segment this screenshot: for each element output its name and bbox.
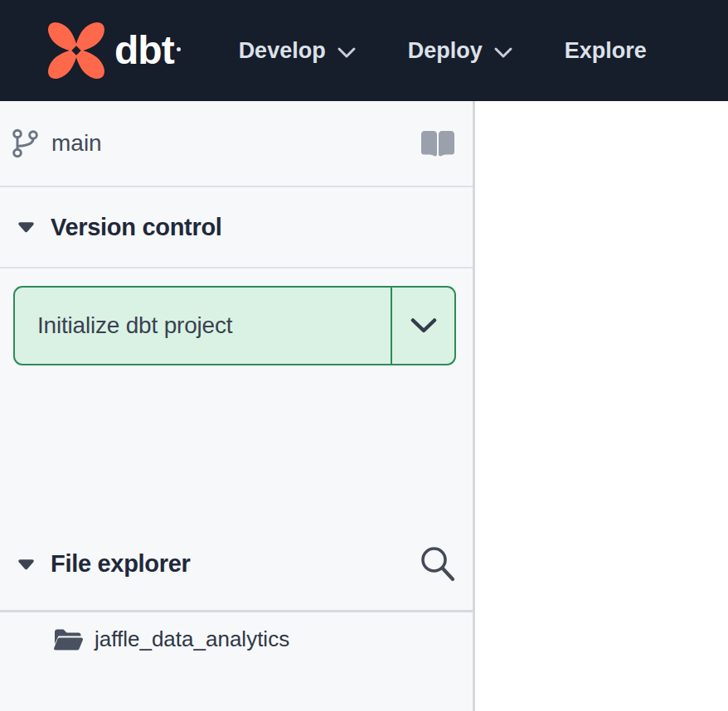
- version-control-section-header[interactable]: Version control: [0, 187, 473, 268]
- nav-item-explore-label: Explore: [565, 40, 647, 62]
- chevron-down-icon: [410, 317, 438, 335]
- initialize-dbt-project-label: Initialize dbt project: [37, 312, 232, 339]
- file-explorer-body: jaffle_data_analytics: [0, 612, 473, 711]
- file-explorer-title: File explorer: [51, 550, 191, 578]
- editor-empty-area: [475, 101, 728, 711]
- branch-row[interactable]: main: [0, 101, 473, 187]
- file-tree-item-label: jaffle_data_analytics: [95, 626, 289, 652]
- ide-sidebar: main Version control Initialize dbt proj…: [0, 101, 475, 711]
- dbt-logo-text: dbt: [114, 31, 174, 70]
- nav-item-develop-label: Develop: [239, 40, 326, 62]
- docs-book-icon[interactable]: [420, 130, 456, 157]
- nav-item-explore[interactable]: Explore: [565, 40, 647, 62]
- chevron-down-icon: [493, 46, 513, 59]
- version-control-body: Initialize dbt project: [0, 268, 473, 518]
- dbt-logo-icon: [45, 19, 108, 82]
- nav-item-deploy[interactable]: Deploy: [408, 40, 513, 62]
- file-explorer-section-header[interactable]: File explorer: [0, 518, 473, 612]
- dbt-cloud-ide: dbt Develop Deploy Explore: [0, 0, 728, 711]
- open-folder-icon: [53, 627, 83, 651]
- initialize-dbt-project-split-button: Initialize dbt project: [13, 286, 456, 365]
- nav-item-develop[interactable]: Develop: [239, 40, 357, 62]
- collapse-triangle-icon: [17, 221, 35, 233]
- git-branch-icon: [12, 128, 39, 159]
- file-tree-item-folder[interactable]: jaffle_data_analytics: [0, 612, 473, 665]
- collapse-triangle-icon: [17, 559, 35, 570]
- top-navbar: dbt Develop Deploy Explore: [0, 0, 728, 101]
- search-icon[interactable]: [420, 545, 456, 583]
- initialize-dropdown-toggle[interactable]: [392, 288, 454, 364]
- current-branch-label: main: [51, 130, 102, 157]
- dbt-logo[interactable]: dbt: [45, 19, 181, 82]
- nav-item-deploy-label: Deploy: [408, 40, 483, 62]
- chevron-down-icon: [337, 46, 357, 59]
- initialize-dbt-project-button[interactable]: Initialize dbt project: [15, 288, 392, 364]
- nav-menu: Develop Deploy Explore: [181, 40, 647, 62]
- version-control-title: Version control: [51, 214, 222, 241]
